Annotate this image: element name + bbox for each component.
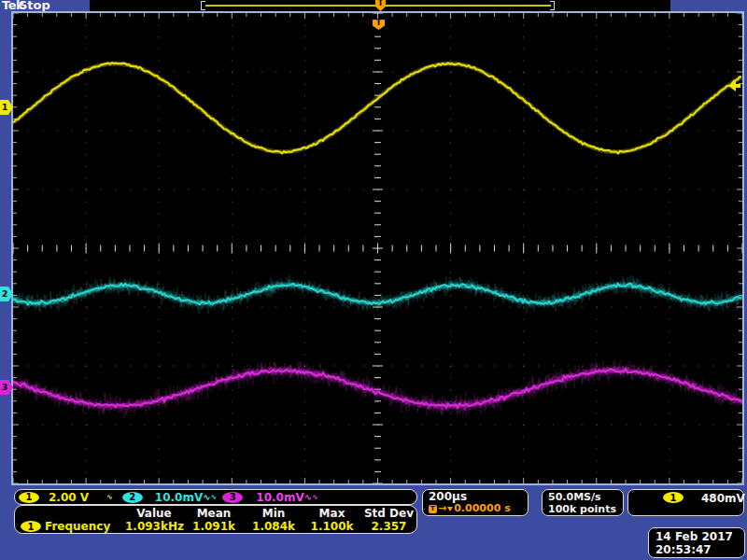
channel-readout-bar[interactable]: 1 2.00 V ∿ 2 10.0mV ∿ ∿ 3 10.0mV ∿ ∿ (14, 489, 417, 505)
arrow-right-icon: → (438, 503, 446, 514)
meas-header-value: Value (125, 507, 183, 520)
datetime-readout: 14 Feb 2017 20:53:47 (648, 527, 745, 558)
record-view-bar[interactable]: T (90, 0, 670, 11)
waveform-plot (13, 13, 742, 483)
record-window-bracket-left[interactable] (201, 1, 205, 10)
trigger-level-value: 480mV (701, 492, 745, 505)
meas-value: 1.093kHz (125, 520, 183, 533)
record-trigger-marker-icon[interactable]: T (375, 0, 386, 11)
trigger-source-badge: 1 (663, 492, 684, 503)
record-length: 100k points (548, 503, 623, 515)
ch3-scale: 10.0mV (256, 491, 303, 504)
meas-header-min: Min (245, 507, 303, 520)
ch2-bandwidth-icon: ∿ (211, 493, 218, 501)
meas-name: Frequency (45, 520, 110, 533)
meas-source-badge: 1 (21, 521, 41, 532)
graticule-display (11, 11, 744, 485)
trigger-readout[interactable]: 1 480mV (627, 489, 744, 516)
trigger-position-value: 0.00000 s (454, 503, 510, 514)
ch2-badge[interactable]: 2 (122, 492, 143, 503)
acquisition-readout[interactable]: 50.0MS/s 100k points (542, 489, 624, 516)
trigger-t-icon: T (429, 505, 437, 513)
record-window-bracket-right[interactable] (550, 1, 555, 10)
trigger-level-arrow-icon[interactable] (728, 80, 740, 91)
date-label: 14 Feb 2017 (655, 530, 744, 543)
meas-header-stddev: Std Dev (361, 507, 416, 520)
measurement-table[interactable]: Value Mean Min Max Std Dev 1 Frequency 1… (14, 505, 417, 534)
time-label: 20:53:47 (655, 543, 744, 556)
meas-min: 1.084k (245, 520, 303, 533)
ch3-badge[interactable]: 3 (222, 492, 243, 503)
ch3-bandwidth-icon: ∿ (312, 493, 318, 501)
ch1-scale: 2.00 V (49, 491, 89, 504)
sample-rate: 50.0MS/s (548, 491, 623, 503)
ch2-coupling-icon: ∿ (203, 492, 210, 502)
ch1-badge[interactable]: 1 (19, 492, 39, 503)
ch1-coupling-icon: ∿ (106, 493, 113, 501)
meas-mean: 1.091k (183, 520, 245, 533)
meas-max: 1.100k (303, 520, 361, 533)
meas-header-max: Max (303, 507, 361, 520)
meas-stddev: 2.357 (361, 520, 416, 533)
triangle-down-icon (447, 507, 453, 511)
ch3-coupling-icon: ∿ (304, 492, 312, 502)
ch2-scale: 10.0mV (155, 491, 203, 504)
horizontal-readout[interactable]: 200μs T → 0.00000 s (422, 489, 529, 516)
meas-header-mean: Mean (183, 507, 245, 520)
